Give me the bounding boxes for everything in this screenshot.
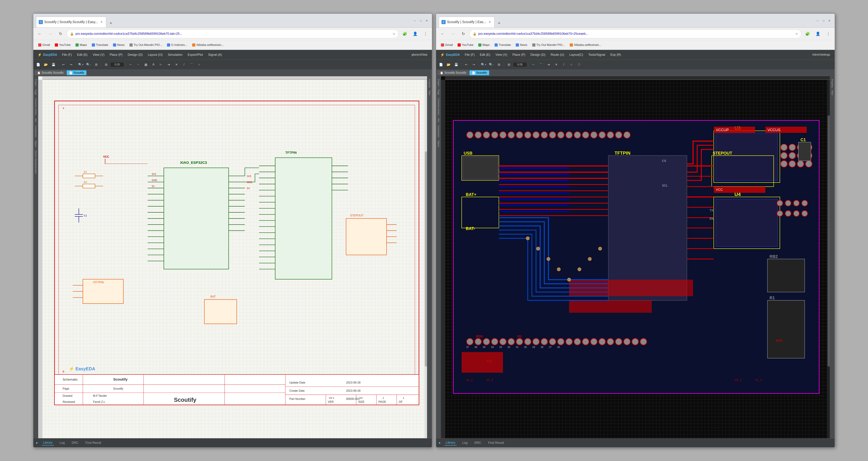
minimize-button-left[interactable]: ─	[412, 18, 417, 23]
menu-file-right[interactable]: File (F)	[462, 52, 477, 58]
toolbar-open-left[interactable]: 📂	[42, 61, 49, 68]
side-tab-object-right[interactable]: Object	[437, 139, 441, 148]
toolbar-wire-left[interactable]: ─	[127, 61, 134, 68]
menu-route-right[interactable]: Route (U)	[548, 52, 567, 58]
toolbar-arrow-left[interactable]: ➜	[165, 61, 172, 68]
bookmark-mandiri-left[interactable]: Try Out Mandiri PIO...	[127, 42, 164, 48]
back-button-right[interactable]: ←	[438, 30, 447, 38]
bottom-tab-drc-left[interactable]: DRC	[70, 440, 80, 445]
menu-layout-right[interactable]: Layout(C)	[567, 52, 586, 58]
toolbar-arrow-right[interactable]: ➜	[545, 61, 552, 68]
page-tab-scoutify-scoutify-left[interactable]: 📋 Scoutify Scoutify	[35, 70, 66, 75]
bookmark-google-left[interactable]: G Indones...	[165, 42, 189, 48]
scrollbar-v-right[interactable]	[827, 80, 830, 438]
menu-view-right[interactable]: View (V)	[493, 52, 510, 58]
bottom-tab-library-left[interactable]: Library	[42, 440, 54, 445]
easyeda-logo-right[interactable]: ⚡ EasyEDA	[438, 53, 462, 57]
bookmark-news-right[interactable]: News	[514, 42, 529, 48]
menu-tools-right[interactable]: Tools/Signal	[586, 52, 608, 58]
schematic-canvas-left[interactable]: Schematic Scoutify Update Date 2023-06-2…	[38, 76, 427, 438]
side-tab-net-right[interactable]: Net	[437, 117, 441, 123]
bookmark-alibaba-right[interactable]: Alibaba.selftestrain...	[568, 42, 603, 48]
toolbar-redo-left[interactable]: ↪	[67, 61, 74, 68]
toolbar-grid-right[interactable]: ⊞	[505, 61, 512, 68]
bookmark-translate-right[interactable]: Translate	[493, 42, 513, 48]
bottom-tab-log-right[interactable]: Log	[461, 440, 469, 445]
active-tab-right[interactable]: S Scoutify | Scoutify | Eas... ✕	[439, 17, 494, 27]
bookmark-youtube-right[interactable]: YouTube	[456, 42, 475, 48]
side-tab-page-left[interactable]: Page	[34, 88, 38, 96]
toolbar-open-right[interactable]: 📂	[445, 61, 452, 68]
page-tab-scoutify-right[interactable]: 📄 Scoutify	[469, 70, 489, 75]
toolbar-grid-left[interactable]: ⊞	[102, 61, 110, 68]
active-tab-left[interactable]: S Scoutify | Scoutify.Scoutify | Easy...…	[36, 17, 106, 27]
toolbar-zoom-out-right[interactable]: 🔍-	[488, 61, 495, 68]
close-button-right[interactable]: ✕	[827, 18, 832, 23]
toolbar-zoom-in-left[interactable]: 🔍+	[78, 61, 84, 68]
toolbar-arc-left[interactable]: ⌒	[188, 61, 195, 68]
bookmark-youtube-left[interactable]: YouTube	[53, 42, 73, 48]
page-tab-scoutify-left[interactable]: 📄 Scoutify	[67, 70, 87, 75]
address-bar-left[interactable]: 🔒 pro.easyeda.com/editor#id=ca4ce1ca375d…	[67, 30, 399, 38]
menu-layout-left[interactable]: Layout (O)	[146, 52, 165, 58]
back-button-left[interactable]: ←	[35, 30, 44, 38]
menu-simulation-left[interactable]: Simulation	[165, 52, 185, 58]
bottom-tab-findresult-right[interactable]: Find Result	[487, 440, 505, 445]
side-tab-object-left[interactable]: Object	[34, 139, 38, 148]
toolbar-rect-right[interactable]: □	[576, 61, 583, 68]
menu-design-right[interactable]: Design (D)	[528, 52, 548, 58]
side-tab-project-right[interactable]: Project	[437, 78, 441, 87]
toolbar-new-left[interactable]: 📄	[35, 61, 42, 68]
toolbar-line-left[interactable]: /	[181, 61, 187, 68]
menu-export-left[interactable]: Export/Plot	[185, 52, 205, 58]
toolbar-fit-left[interactable]: ⊞	[93, 61, 100, 68]
side-tab-library-left[interactable]: Common Library	[34, 97, 38, 116]
toolbar-wire-right[interactable]: ─	[530, 61, 537, 68]
new-tab-button-right[interactable]: +	[495, 19, 503, 27]
toolbar-zoom-out-left[interactable]: 🔍-	[85, 61, 92, 68]
side-tab-net-left[interactable]: Net	[34, 117, 38, 123]
pcb-content-right[interactable]: U3 U4 TFTPIN STEPOUT	[445, 80, 827, 438]
extensions-button-right[interactable]: 🧩	[803, 30, 812, 38]
pcb-canvas-right[interactable]: U3 U4 TFTPIN STEPOUT	[441, 76, 830, 438]
bookmark-gmail-right[interactable]: Gmail	[439, 42, 455, 48]
page-tab-scoutify-scoutify-right[interactable]: 📋 Scoutify Scoutify	[437, 70, 469, 75]
scrollbar-v-left[interactable]	[425, 80, 427, 438]
address-bar-right[interactable]: 🔒 pro.easyeda.com/editor#id=ca4ce1ca375d…	[469, 30, 801, 38]
menu-button-right[interactable]: ⋮	[824, 30, 833, 38]
toolbar-line-right[interactable]: /	[560, 61, 567, 68]
close-button-left[interactable]: ✕	[424, 18, 429, 23]
tab-close-left[interactable]: ✕	[99, 20, 104, 24]
bottom-tab-log-left[interactable]: Log	[58, 440, 66, 445]
side-tab-component-left[interactable]: Component	[34, 124, 38, 139]
side-tab-filter-left[interactable]: Filter	[428, 89, 432, 97]
bottom-tab-drc-right[interactable]: DRC	[473, 440, 483, 445]
bookmark-alibaba-left[interactable]: Alibaba.selftestrain...	[190, 42, 226, 48]
toolbar-save-right[interactable]: 💾	[453, 61, 460, 68]
side-tab-property-left[interactable]: Property	[428, 78, 432, 89]
bookmark-mandiri-right[interactable]: Try Out Mandiri PIO...	[530, 42, 567, 48]
profile-button-right[interactable]: 👤	[813, 30, 822, 38]
menu-user-left[interactable]: gfariym03elp	[409, 52, 430, 57]
toolbar-redo-right[interactable]: ↪	[470, 61, 477, 68]
toolbar-zoom-in-right[interactable]: 🔍+	[480, 61, 487, 68]
toolbar-circle-right[interactable]: ○	[568, 61, 575, 68]
star-icon-left[interactable]: ☆	[393, 32, 395, 36]
toolbar-cross-right[interactable]: ✕	[553, 61, 560, 68]
toolbar-undo-left[interactable]: ↩	[60, 61, 67, 68]
menu-design-left[interactable]: Design (D)	[125, 52, 145, 58]
bookmark-maps-right[interactable]: Maps	[476, 42, 492, 48]
maximize-button-left[interactable]: □	[418, 18, 423, 23]
menu-view-left[interactable]: View (V)	[90, 52, 107, 58]
toolbar-fit-right[interactable]: ⊞	[495, 61, 502, 68]
toolbar-grid-size-right[interactable]	[513, 62, 527, 67]
toolbar-undo-right[interactable]: ↩	[463, 61, 470, 68]
forward-button-right[interactable]: →	[448, 30, 457, 38]
toolbar-grid-size-left[interactable]	[110, 62, 124, 67]
toolbar-arc-right[interactable]: ⌒	[537, 61, 545, 68]
side-tab-device-left[interactable]: Device Standardization	[34, 149, 38, 175]
forward-button-left[interactable]: →	[46, 30, 55, 38]
maximize-button-right[interactable]: □	[821, 18, 826, 23]
menu-file-left[interactable]: File (F)	[60, 52, 74, 58]
menu-export-right[interactable]: Exp (R)	[608, 52, 623, 58]
